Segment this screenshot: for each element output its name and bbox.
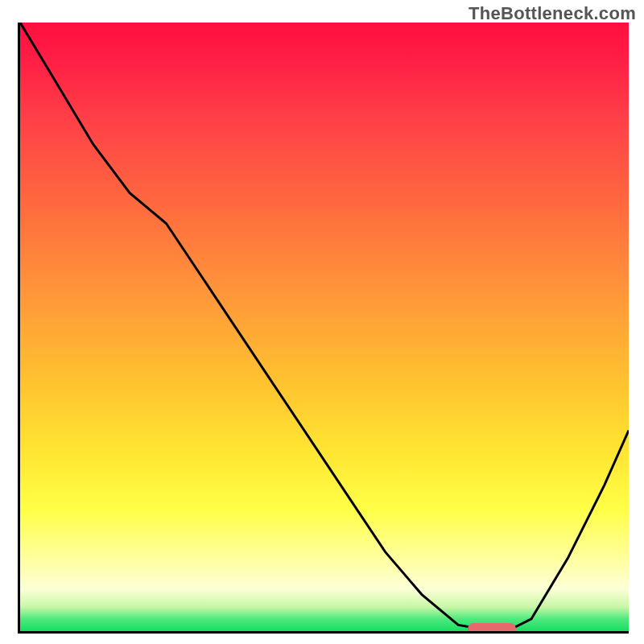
- plot-area: [18, 23, 629, 634]
- watermark-text: TheBottleneck.com: [469, 3, 636, 24]
- chart-container: TheBottleneck.com: [0, 0, 644, 644]
- optimal-range-marker: [468, 623, 516, 634]
- bottleneck-curve: [20, 23, 629, 631]
- curve-path: [20, 23, 629, 631]
